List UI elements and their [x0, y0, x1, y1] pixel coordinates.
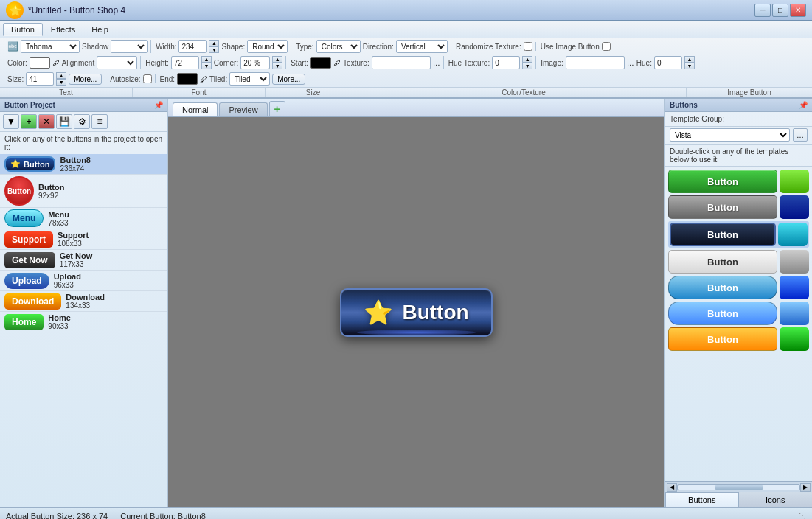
main-button-preview[interactable]: ⭐ Button: [340, 288, 492, 337]
hue-down[interactable]: ▼: [684, 63, 695, 69]
end-color-icon[interactable]: 🖊: [200, 75, 207, 83]
list-btn[interactable]: ≡: [91, 114, 108, 129]
list-item[interactable]: Download Download 134x33: [0, 291, 167, 312]
button-preview-4: Support: [4, 231, 53, 248]
type-select[interactable]: Colors: [316, 40, 361, 53]
list-item[interactable]: ⭐ Button Button8 236x74: [0, 154, 167, 175]
window-controls[interactable]: ─ □ ✕: [754, 4, 806, 17]
template-group-select[interactable]: Vista: [670, 128, 790, 142]
template-item-selected[interactable]: Button: [668, 221, 809, 248]
alignment-select[interactable]: [97, 56, 137, 69]
texture-input[interactable]: [372, 56, 431, 69]
template-item[interactable]: Button: [668, 327, 809, 351]
scroll-right-btn[interactable]: ▶: [800, 483, 811, 492]
bottom-tab-buttons[interactable]: Buttons: [665, 492, 739, 507]
menu-tab-button[interactable]: Button: [3, 23, 43, 36]
menu-tab-effects[interactable]: Effects: [43, 23, 83, 36]
tiled-select[interactable]: Tiled: [229, 72, 270, 86]
image-browse-icon[interactable]: …: [627, 59, 634, 67]
width-input[interactable]: [178, 40, 207, 53]
end-color-box[interactable]: [177, 73, 198, 85]
height-down[interactable]: ▼: [201, 63, 212, 69]
color-label: Color:: [7, 59, 27, 67]
save-btn[interactable]: 💾: [56, 114, 72, 129]
list-item[interactable]: Menu Menu 78x33: [0, 208, 167, 229]
hue-texture-label: Hue Texture:: [448, 59, 490, 67]
template-btn-green[interactable]: Button: [668, 170, 777, 193]
list-item[interactable]: Home Home 90x33: [0, 312, 167, 332]
template-item[interactable]: Button: [668, 250, 809, 274]
template-btn-dark[interactable]: Button: [670, 223, 776, 246]
canvas-area: ⭐ Button: [168, 117, 664, 507]
template-item[interactable]: Button: [668, 276, 809, 299]
end-tiled-group: End: 🖊 Tiled: Tiled More...: [157, 72, 309, 86]
more-button[interactable]: More...: [69, 74, 102, 85]
bottom-tab-icons[interactable]: Icons: [739, 492, 813, 507]
width-up[interactable]: ▲: [209, 40, 219, 46]
button-preview-1: ⭐ Button: [4, 156, 55, 172]
width-down[interactable]: ▼: [209, 46, 219, 53]
height-up[interactable]: ▲: [201, 56, 212, 63]
size-up[interactable]: ▲: [56, 72, 66, 79]
dropdown-btn[interactable]: ▼: [3, 114, 19, 129]
maximize-button[interactable]: □: [772, 4, 788, 17]
start-color-box[interactable]: [310, 57, 331, 69]
template-side-green2: [780, 170, 809, 193]
image-input[interactable]: [566, 56, 625, 69]
template-item[interactable]: Button: [668, 195, 809, 219]
template-group-more-btn[interactable]: …: [793, 128, 808, 142]
shadow-select[interactable]: [111, 40, 148, 53]
corner-up[interactable]: ▲: [272, 56, 282, 63]
corner-input[interactable]: [240, 56, 270, 69]
add-btn[interactable]: +: [21, 114, 37, 129]
scrollbar-thumb[interactable]: [715, 485, 763, 490]
template-btn-gray[interactable]: Button: [668, 195, 777, 219]
template-btn-light[interactable]: Button: [668, 250, 777, 274]
shape-select[interactable]: Round: [247, 40, 288, 53]
close-button[interactable]: ✕: [790, 4, 806, 17]
list-item[interactable]: Support Support 108x33: [0, 229, 167, 250]
list-item[interactable]: Upload Upload 96x33: [0, 271, 167, 291]
font-select[interactable]: Tahoma: [21, 40, 80, 53]
texture-browse-icon[interactable]: …: [433, 59, 440, 67]
tab-add-button[interactable]: +: [269, 101, 285, 116]
template-btn-blue2[interactable]: Button: [668, 302, 777, 325]
hue-up[interactable]: ▲: [684, 56, 695, 63]
size-down[interactable]: ▼: [56, 79, 66, 86]
autosize-checkbox[interactable]: [143, 74, 152, 83]
minimize-button[interactable]: ─: [754, 4, 771, 17]
size-input[interactable]: [26, 72, 54, 86]
template-btn-orange[interactable]: Button: [668, 327, 777, 351]
use-image-checkbox[interactable]: [602, 42, 611, 51]
shadow-label: Shadow: [82, 43, 108, 51]
direction-select[interactable]: Vertical: [396, 40, 448, 53]
tab-preview[interactable]: Preview: [219, 102, 267, 116]
hue-texture-down[interactable]: ▼: [522, 63, 532, 69]
tab-normal[interactable]: Normal: [173, 102, 218, 116]
template-item[interactable]: Button: [668, 302, 809, 325]
remove-btn[interactable]: ✕: [38, 114, 55, 129]
title-bar: ⭐ *Untitled - Button Shop 4 ─ □ ✕: [0, 0, 812, 21]
corner-down[interactable]: ▼: [272, 63, 282, 69]
color-texture-section-label: Color/Texture: [361, 88, 687, 97]
color-picker-icon[interactable]: 🖊: [52, 59, 60, 67]
hue-input[interactable]: [654, 56, 682, 69]
menu-tab-help[interactable]: Help: [83, 23, 117, 36]
scroll-left-btn[interactable]: ◀: [667, 483, 677, 492]
toolbar-row-1: 🔤 Tahoma Shadow Width: ▲ ▼ Shape: Round …: [0, 38, 812, 55]
template-btn-blue[interactable]: Button: [668, 276, 777, 299]
hue-texture-up[interactable]: ▲: [522, 56, 532, 63]
list-item[interactable]: Button Button 92x92: [0, 175, 167, 208]
template-item[interactable]: Button: [668, 170, 809, 193]
hue-texture-input[interactable]: [492, 56, 520, 69]
randomize-checkbox[interactable]: [524, 42, 532, 51]
height-input[interactable]: [171, 56, 199, 69]
settings-btn[interactable]: ⚙: [74, 114, 90, 129]
status-divider: [114, 511, 114, 520]
color-box[interactable]: [30, 57, 50, 69]
list-item[interactable]: Get Now Get Now 117x33: [0, 250, 167, 271]
texture-label: Texture:: [343, 59, 369, 67]
image-button-group: Use Image Button: [538, 42, 614, 51]
more-color-button[interactable]: More...: [272, 74, 305, 85]
start-color-icon[interactable]: 🖊: [333, 59, 341, 67]
